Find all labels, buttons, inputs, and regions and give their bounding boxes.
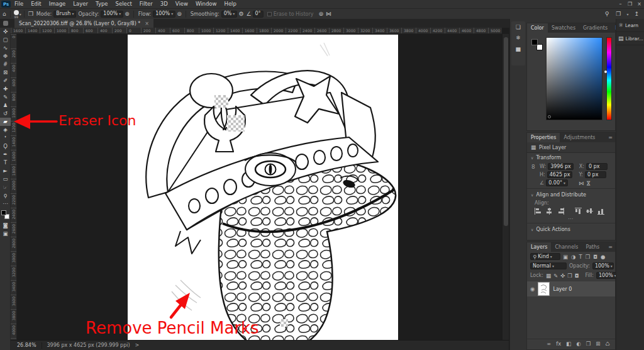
new-adjustment-icon[interactable]: ◐ [576, 341, 580, 347]
airbrush-icon[interactable]: ⊚ [177, 11, 182, 17]
link-dimensions-icon[interactable]: 8 [531, 164, 535, 170]
filter-smart-objects-icon[interactable]: ◘ [593, 254, 597, 260]
toggle-brush-panel-icon[interactable]: ❒ [28, 11, 33, 17]
tab-close-icon[interactable]: × [145, 21, 149, 26]
tool-quick-mask[interactable]: ◙ [0, 222, 11, 230]
opacity-field[interactable]: 100%▾ [101, 11, 123, 18]
filter-pixel-layers-icon[interactable]: ▣ [563, 254, 568, 260]
link-layers-icon[interactable]: ∞ [547, 341, 551, 347]
lock-all-icon[interactable]: ◘ [575, 273, 579, 279]
chevron-down-icon[interactable]: ▾ [19, 12, 21, 16]
filter-shape-layers-icon[interactable]: ❒ [586, 254, 591, 260]
tool-spot-healing[interactable]: ✚ [0, 85, 11, 93]
align-center-horizontal-icon[interactable] [546, 208, 553, 215]
tool-zoom[interactable]: ϙ [0, 191, 11, 200]
tool-gradient[interactable]: ◈ [0, 126, 11, 134]
foreground-background-swatches[interactable] [531, 38, 545, 52]
layer-filter-select[interactable]: ⚲ Kind▾ [530, 253, 560, 260]
flip-vertical-icon[interactable]: ⋈ [586, 180, 592, 186]
workspace-icon[interactable]: ❐ [616, 11, 621, 17]
rotation-field[interactable]: 0.00°▾ [546, 179, 568, 186]
width-field[interactable]: 3996 px [548, 163, 574, 170]
transform-section-header[interactable]: ∨ Transform [527, 153, 615, 162]
collapsed-panel-c-icon[interactable]: ▅ [516, 45, 521, 52]
status-chevron-icon[interactable]: > [135, 342, 140, 348]
tool-hand[interactable]: ☞ [0, 183, 11, 191]
properties-tab-properties[interactable]: Properties [527, 133, 560, 142]
color-tab-gradients[interactable]: Gradients [579, 23, 611, 33]
add-mask-icon[interactable]: ◧ [566, 341, 571, 347]
zoom-level-field[interactable]: 26.84% [17, 342, 36, 348]
layer-opacity-field[interactable]: 100%▾ [592, 262, 614, 269]
canvas-vertical-scrollbar[interactable] [502, 34, 509, 340]
tool-lasso[interactable]: ∿ [0, 44, 11, 52]
layers-tab-paths[interactable]: Paths [582, 242, 604, 252]
layers-panel-menu-icon[interactable]: ≡ [608, 244, 613, 250]
flip-horizontal-icon[interactable]: ⋈ [579, 180, 584, 186]
brush-preset-picker[interactable]: 99 [14, 10, 19, 18]
libraries-panel-button[interactable]: ▤ Librar... [616, 32, 644, 45]
hue-slider[interactable] [606, 37, 612, 120]
color-tab-color[interactable]: Color [527, 23, 548, 33]
align-right-icon[interactable] [557, 208, 564, 215]
align-top-icon[interactable] [575, 208, 582, 215]
layers-tab-channels[interactable]: Channels [551, 242, 582, 252]
properties-panel-menu-icon[interactable]: ≡ [608, 135, 613, 140]
home-screen-button[interactable] [3, 21, 8, 26]
close-icon[interactable]: × [635, 1, 644, 7]
smoothing-field[interactable]: 0%▾ [221, 11, 238, 18]
color-tab-swatches[interactable]: Swatches [548, 23, 579, 33]
lock-artboard-icon[interactable]: ❒ [567, 273, 572, 279]
x-field[interactable]: 0 px [586, 163, 608, 170]
menu-help[interactable]: Help [221, 1, 240, 7]
lock-paint-icon[interactable]: ✎ [553, 273, 558, 279]
document-tab[interactable]: Scan_20220306.tiff @ 26.8% (Layer 0, Gra… [14, 19, 153, 28]
angle-field[interactable]: 0° [253, 11, 264, 18]
tool-screen-mode[interactable]: ▣ [0, 230, 11, 238]
tool-shape[interactable]: ▭ [0, 175, 11, 183]
erase-to-history-checkbox[interactable] [267, 12, 272, 16]
menu-window[interactable]: Window [192, 1, 221, 7]
tool-move[interactable]: ✜ [0, 28, 11, 36]
new-group-icon[interactable]: ❒ [586, 341, 591, 347]
layer-thumbnail[interactable] [538, 282, 550, 296]
menu-type[interactable]: Type [92, 1, 112, 7]
chevron-down-icon[interactable]: ▾ [626, 12, 628, 16]
home-icon[interactable]: ⌂ [3, 11, 6, 17]
tool-frame[interactable]: ⊠ [0, 69, 11, 77]
tool-quick-selection[interactable]: ❉ [0, 52, 11, 60]
foreground-color-swatch[interactable] [1, 210, 6, 215]
flow-field[interactable]: 100%▾ [153, 11, 175, 18]
tool-eraser[interactable]: ▰ [0, 118, 11, 126]
tool-crop[interactable]: # [0, 60, 11, 69]
hue-slider-marker[interactable] [604, 71, 607, 73]
tool-eyedropper[interactable]: ✐ [0, 77, 11, 85]
tool-brush[interactable]: ✎ [0, 93, 11, 101]
blend-mode-select[interactable]: Normal▾ [530, 262, 567, 269]
search-icon[interactable]: ⚲ [605, 11, 609, 17]
layers-tab-layers[interactable]: Layers [527, 242, 551, 252]
tool-pen[interactable]: ✒ [0, 150, 11, 159]
align-bottom-icon[interactable] [597, 208, 604, 215]
layer-row[interactable]: ◉ Layer 0 [527, 281, 615, 296]
y-field[interactable]: 0 px [585, 171, 606, 178]
menu-file[interactable]: File [11, 1, 27, 7]
menu-view[interactable]: View [172, 1, 192, 7]
minimize-icon[interactable]: – [616, 1, 625, 7]
learn-panel-button[interactable]: ☼ Learn [616, 19, 644, 32]
symmetry-butterfly-icon[interactable]: ⋈ [326, 11, 331, 17]
menu-3d[interactable]: 3D [157, 1, 172, 7]
restore-icon[interactable]: ❐ [625, 1, 635, 7]
share-icon[interactable]: ↥ [634, 11, 639, 17]
height-field[interactable]: 4625 px [547, 171, 573, 178]
airbrush-pressure-icon[interactable]: ⊚ [319, 11, 324, 17]
mode-select[interactable]: Brush▾ [53, 11, 76, 18]
smoothing-gear-icon[interactable]: ⚙ [238, 11, 243, 17]
layer-effects-icon[interactable]: fx [556, 341, 561, 347]
lock-transparent-icon[interactable]: ▦ [546, 273, 551, 279]
foreground-color-swatch[interactable] [531, 39, 538, 45]
tool-dodge[interactable]: Ϙ [0, 142, 11, 150]
delete-layer-icon[interactable]: ♺ [605, 341, 610, 347]
tool-path-selection[interactable]: ► [0, 167, 11, 175]
tool-edit-toolbar[interactable]: ⋯ [0, 200, 11, 208]
